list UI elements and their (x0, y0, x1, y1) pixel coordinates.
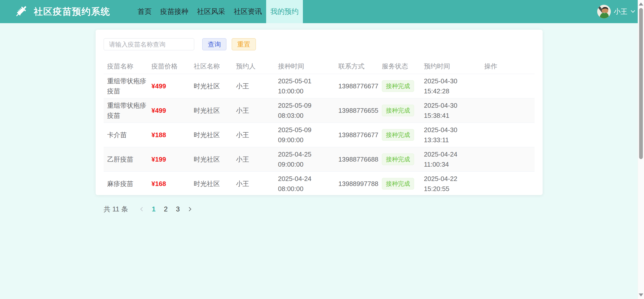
cell-price: ¥188 (148, 130, 190, 140)
nav-item-0[interactable]: 首页 (133, 0, 156, 23)
cell-name: 重组带状疱疹疫苗 (104, 76, 148, 96)
page-2[interactable]: 2 (160, 205, 172, 213)
user-name: 小王 (614, 7, 627, 16)
brand: 社区疫苗预约系统 (14, 0, 110, 23)
cell-community: 时光社区 (190, 130, 232, 140)
cell-price: ¥168 (148, 179, 190, 189)
price-value: ¥168 (151, 180, 166, 188)
nav-item-4[interactable]: 我的预约 (266, 0, 303, 23)
cell-phone: 13988776677 (335, 81, 378, 91)
status-badge: 接种完成 (382, 105, 414, 116)
table-header-row: 疫苗名称疫苗价格社区名称预约人接种时间联系方式服务状态预约时间操作 (104, 59, 535, 74)
nav-item-2[interactable]: 社区风采 (193, 0, 229, 23)
cell-name: 重组带状疱疹疫苗 (104, 100, 148, 121)
cell-person: 小王 (232, 154, 274, 164)
content-card: 查询 重置 疫苗名称疫苗价格社区名称预约人接种时间联系方式服务状态预约时间操作 … (96, 30, 543, 195)
cell-person: 小王 (232, 179, 274, 189)
cell-inoculation_time: 2025-04-25 09:00:00 (274, 149, 335, 169)
column-header-0: 疫苗名称 (104, 62, 148, 71)
avatar[interactable] (597, 5, 611, 18)
page-1[interactable]: 1 (148, 205, 160, 213)
pagination: 共 11 条 123 (104, 204, 535, 215)
cell-name: 乙肝疫苗 (104, 154, 148, 164)
cell-person: 小王 (232, 105, 274, 116)
chevron-right-icon[interactable] (184, 206, 196, 212)
scroll-up-arrow-icon[interactable] (639, 3, 643, 6)
cell-name: 麻疹疫苗 (104, 179, 148, 189)
table-row: 重组带状疱疹疫苗¥499时光社区小王2025-05-09 08:03:00139… (104, 98, 535, 123)
status-badge: 接种完成 (382, 129, 414, 141)
search-bar: 查询 重置 (104, 38, 535, 50)
column-header-1: 疫苗价格 (148, 62, 190, 71)
column-header-2: 社区名称 (190, 62, 232, 71)
status-badge: 接种完成 (382, 154, 414, 165)
column-header-7: 预约时间 (420, 62, 481, 71)
cell-status: 接种完成 (378, 154, 420, 165)
appointments-table: 疫苗名称疫苗价格社区名称预约人接种时间联系方式服务状态预约时间操作 重组带状疱疹… (104, 59, 535, 196)
table-row: 麻疹疫苗¥168时光社区小王2025-04-24 08:00:001398899… (104, 172, 535, 196)
query-button[interactable]: 查询 (202, 38, 226, 50)
table-row: 乙肝疫苗¥199时光社区小王2025-04-25 09:00:001398877… (104, 147, 535, 172)
total-count: 共 11 条 (104, 205, 128, 214)
cell-booking_time: 2025-04-30 13:33:11 (420, 125, 481, 145)
cell-person: 小王 (232, 130, 274, 140)
cell-community: 时光社区 (190, 81, 232, 91)
column-header-6: 服务状态 (378, 62, 420, 71)
status-badge: 接种完成 (382, 80, 414, 92)
cell-booking_time: 2025-04-30 15:42:28 (420, 76, 481, 96)
cell-price: ¥499 (148, 81, 190, 91)
cell-status: 接种完成 (378, 129, 420, 141)
vertical-scrollbar[interactable] (638, 0, 644, 299)
vaccine-search-input[interactable] (104, 38, 194, 50)
cell-community: 时光社区 (190, 105, 232, 116)
column-header-4: 接种时间 (274, 62, 335, 71)
main-nav: 首页疫苗接种社区风采社区资讯我的预约 (133, 0, 303, 23)
table-body: 重组带状疱疹疫苗¥499时光社区小王2025-05-01 10:00:00139… (104, 74, 535, 196)
cell-price: ¥499 (148, 105, 190, 116)
cell-phone: 13988776688 (335, 154, 378, 164)
reset-button[interactable]: 重置 (232, 38, 256, 50)
cell-phone: 13988997788 (335, 179, 378, 189)
scroll-down-arrow-icon[interactable] (639, 293, 643, 296)
chevron-left-icon[interactable] (136, 206, 148, 212)
cell-person: 小王 (232, 81, 274, 91)
cell-booking_time: 2025-04-30 15:38:41 (420, 100, 481, 121)
cell-phone: 13988776655 (335, 105, 378, 116)
status-badge: 接种完成 (382, 178, 414, 190)
price-value: ¥199 (151, 156, 166, 163)
cell-name: 卡介苗 (104, 130, 148, 140)
cell-status: 接种完成 (378, 178, 420, 190)
cell-inoculation_time: 2025-05-09 08:03:00 (274, 100, 335, 121)
price-value: ¥499 (151, 82, 166, 90)
cell-community: 时光社区 (190, 154, 232, 164)
syringe-icon (14, 4, 29, 19)
table-row: 重组带状疱疹疫苗¥499时光社区小王2025-05-01 10:00:00139… (104, 74, 535, 98)
price-value: ¥499 (151, 107, 166, 114)
cell-status: 接种完成 (378, 105, 420, 116)
column-header-3: 预约人 (232, 62, 274, 71)
cell-price: ¥199 (148, 154, 190, 164)
cell-booking_time: 2025-04-24 11:00:34 (420, 149, 481, 169)
cell-booking_time: 2025-04-22 15:20:55 (420, 174, 481, 194)
nav-item-3[interactable]: 社区资讯 (229, 0, 266, 23)
app-title: 社区疫苗预约系统 (34, 6, 110, 18)
column-header-5: 联系方式 (335, 62, 378, 71)
price-value: ¥188 (151, 131, 166, 139)
cell-status: 接种完成 (378, 80, 420, 92)
user-menu[interactable]: 小王 (597, 0, 635, 23)
table-row: 卡介苗¥188时光社区小王2025-05-09 09:00:0013988776… (104, 123, 535, 147)
cell-inoculation_time: 2025-04-24 08:00:00 (274, 174, 335, 194)
app-header: 社区疫苗预约系统 首页疫苗接种社区风采社区资讯我的预约 小王 (0, 0, 644, 23)
cell-inoculation_time: 2025-05-01 10:00:00 (274, 76, 335, 96)
chevron-down-icon[interactable] (630, 10, 635, 13)
scrollbar-thumb[interactable] (639, 8, 643, 159)
page-3[interactable]: 3 (172, 205, 184, 213)
column-header-8: 操作 (481, 62, 535, 71)
page-numbers: 123 (148, 205, 184, 213)
cell-phone: 13988776677 (335, 130, 378, 140)
cell-community: 时光社区 (190, 179, 232, 189)
nav-item-1[interactable]: 疫苗接种 (156, 0, 193, 23)
cell-inoculation_time: 2025-05-09 09:00:00 (274, 125, 335, 145)
